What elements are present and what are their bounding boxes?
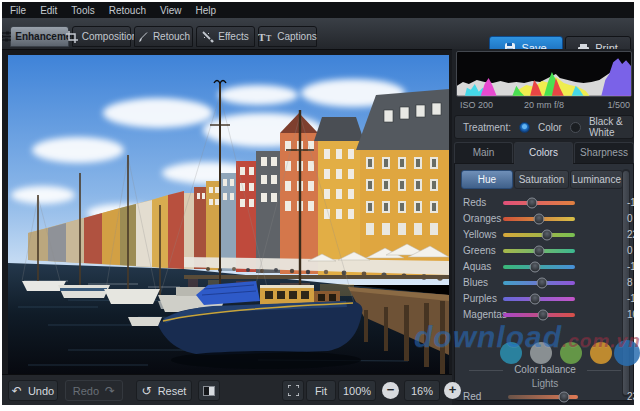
- slider-label: Yellows: [463, 229, 497, 240]
- tool-tab-retouch[interactable]: Retouch: [134, 26, 193, 47]
- tab-sharpness[interactable]: Sharpness: [574, 142, 634, 163]
- tab-luminance[interactable]: Luminance: [570, 170, 623, 189]
- treatment-label: Treatment:: [463, 122, 511, 133]
- slider-thumb[interactable]: [536, 278, 547, 289]
- slider-track[interactable]: [503, 249, 575, 253]
- undo-label: Undo: [28, 385, 54, 397]
- svg-text:T: T: [258, 31, 266, 42]
- slider-label: Blues: [463, 277, 488, 288]
- fit-button[interactable]: Fit: [306, 380, 336, 401]
- svg-text:T: T: [266, 34, 272, 42]
- compare-view-button[interactable]: [198, 380, 220, 401]
- zoom-100-label: 100%: [343, 385, 371, 397]
- slider-thumb[interactable]: [527, 198, 538, 209]
- fit-label: Fit: [315, 385, 327, 397]
- undo-icon: ↶: [12, 385, 22, 397]
- color-radio[interactable]: [519, 122, 530, 133]
- menu-retouch[interactable]: Retouch: [109, 5, 146, 16]
- slider-thumb[interactable]: [529, 294, 540, 305]
- tool-tab-label: Composition: [82, 31, 138, 42]
- zoom-in-button[interactable]: +: [444, 382, 461, 399]
- slider-label: Magentas: [463, 309, 507, 320]
- zoom-level-display[interactable]: 16%: [404, 380, 440, 401]
- slider-row-purples: Purples-12: [455, 292, 623, 306]
- menu-bar: FileEditToolsRetouchViewHelp: [2, 2, 634, 18]
- photo-preview[interactable]: [8, 55, 449, 374]
- tool-tab-enhancement[interactable]: Enhancement: [10, 26, 69, 47]
- slider-thumb[interactable]: [529, 262, 540, 273]
- compare-icon: [203, 386, 215, 396]
- slider-label: Aquas: [463, 261, 491, 272]
- tool-tab-effects[interactable]: Effects: [196, 26, 255, 47]
- tool-tab-label: Effects: [218, 31, 248, 42]
- main-toolbar: EnhancementCompositionRetouchEffectsTTCa…: [2, 18, 634, 50]
- undo-button[interactable]: ↶ Undo: [8, 380, 58, 401]
- slider-track[interactable]: [503, 201, 575, 205]
- tool-tab-label: Captions: [277, 31, 316, 42]
- slider-row-greens: Greens0: [455, 244, 623, 258]
- tool-tab-label: Retouch: [153, 31, 190, 42]
- slider-label: Oranges: [463, 213, 501, 224]
- black-white-radio-label[interactable]: Black & White: [589, 116, 633, 138]
- slider-track[interactable]: [503, 297, 575, 301]
- slider-value: -19: [627, 197, 634, 208]
- slider-value: -12: [627, 293, 634, 304]
- slider-row-oranges: Oranges0: [455, 212, 623, 226]
- menu-tools[interactable]: Tools: [71, 5, 94, 16]
- tool-tab-captions[interactable]: TTCaptions: [258, 26, 317, 47]
- histogram-panel: [456, 51, 632, 97]
- redo-label: Redo: [73, 385, 99, 397]
- crop-icon: [66, 31, 78, 43]
- reset-button[interactable]: ↺ Reset: [136, 380, 192, 401]
- slider-track[interactable]: [503, 281, 575, 285]
- slider-track[interactable]: [503, 233, 575, 237]
- fit-screen-icon: [288, 385, 299, 396]
- photo-editor-window: FileEditToolsRetouchViewHelp Enhancement…: [2, 2, 634, 405]
- slider-track[interactable]: [503, 313, 575, 317]
- slider-thumb[interactable]: [534, 214, 545, 225]
- slider-value: 232: [627, 391, 634, 402]
- slider-value: 0: [627, 213, 634, 224]
- slider-value: 0: [627, 245, 634, 256]
- color-radio-label[interactable]: Color: [538, 122, 562, 133]
- zoom-100-button[interactable]: 100%: [338, 380, 376, 401]
- reset-icon: ↺: [142, 385, 152, 397]
- redo-button[interactable]: Redo ↷: [65, 380, 123, 401]
- slider-thumb[interactable]: [559, 392, 570, 403]
- slider-row-blues: Blues8: [455, 276, 623, 290]
- slider-value: -12: [627, 261, 634, 272]
- tab-hue[interactable]: Hue: [461, 170, 513, 189]
- slider-row-yellows: Yellows22: [455, 228, 623, 242]
- menu-file[interactable]: File: [10, 5, 26, 16]
- tab-saturation[interactable]: Saturation: [514, 170, 569, 189]
- slider-label: Purples: [463, 293, 497, 304]
- slider-thumb[interactable]: [541, 230, 552, 241]
- colors-panel: Hue Saturation Luminance Reds-19Oranges0…: [454, 163, 634, 401]
- menu-edit[interactable]: Edit: [40, 5, 57, 16]
- slider-row-magentas: Magentas10: [455, 308, 623, 322]
- zoom-out-button[interactable]: −: [382, 382, 399, 399]
- slider-thumb[interactable]: [534, 246, 545, 257]
- tool-tab-composition[interactable]: Composition: [72, 26, 131, 47]
- slider-track[interactable]: [503, 265, 575, 269]
- shutter-value: 1/500: [607, 100, 630, 110]
- slider-track[interactable]: [508, 395, 578, 399]
- menu-help[interactable]: Help: [195, 5, 216, 16]
- lights-label: Lights: [455, 378, 634, 389]
- exif-row: ISO 200 20 mm f/8 1/500: [456, 99, 632, 111]
- fit-screen-button[interactable]: [282, 380, 304, 401]
- treatment-row: Treatment: Color Black & White: [454, 115, 634, 139]
- sliders-icon: [2, 31, 11, 42]
- redo-icon: ↷: [105, 385, 115, 397]
- slider-value: 10: [627, 309, 634, 320]
- black-white-radio[interactable]: [570, 122, 581, 133]
- reset-label: Reset: [158, 385, 187, 397]
- tab-main[interactable]: Main: [454, 142, 513, 163]
- menu-view[interactable]: View: [160, 5, 182, 16]
- text-icon: TT: [258, 31, 273, 42]
- settings-panel: ISO 200 20 mm f/8 1/500 Treatment: Color…: [452, 49, 634, 405]
- slider-value: 22: [627, 229, 634, 240]
- slider-track[interactable]: [503, 217, 575, 221]
- slider-thumb[interactable]: [537, 310, 548, 321]
- tab-colors[interactable]: Colors: [514, 142, 573, 164]
